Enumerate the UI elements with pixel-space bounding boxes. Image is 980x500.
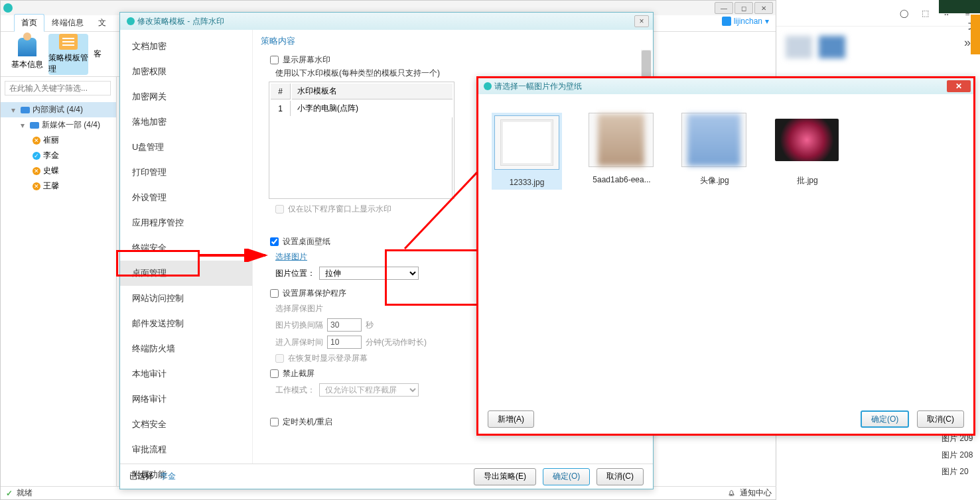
choose-wallpaper-link[interactable]: 选择图片 — [275, 251, 307, 263]
dialog-close-button[interactable]: × — [634, 15, 649, 27]
image-thumb — [774, 113, 839, 167]
nav-local-audit[interactable]: 本地审计 — [120, 361, 252, 387]
tree-leaf[interactable]: ✕王馨 — [1, 178, 116, 194]
list-item[interactable]: 图片 208 — [940, 447, 980, 464]
image-grid: 12333.jpg 5aad1ab6-eea... 头像.jpg 批.jpg — [478, 94, 973, 208]
image-item[interactable]: 5aad1ab6-eea... — [589, 113, 655, 190]
nav-desktop-mgmt[interactable]: 桌面管理 — [120, 261, 252, 286]
forbid-capture-checkbox[interactable] — [270, 369, 279, 378]
nav-terminal-sec[interactable]: 终端安全 — [120, 235, 252, 261]
close-button[interactable]: ✕ — [754, 2, 773, 14]
nav-land-encrypt[interactable]: 落地加密 — [120, 109, 252, 135]
nav-doc-safe[interactable]: 文档安全 — [120, 412, 252, 437]
group-icon — [21, 107, 30, 113]
user-dropdown[interactable]: lijinchan ▾ — [722, 17, 769, 26]
org-tree: ▾ 内部测试 (4/4) ▾ 新媒体一部 (4/4) ✕崔丽 ✓李金 ✕史蝶 ✕… — [1, 99, 116, 196]
tree-leaf[interactable]: ✕崔丽 — [1, 133, 116, 148]
nav-print[interactable]: 打印管理 — [120, 160, 252, 185]
tab-other[interactable]: 文 — [91, 14, 113, 31]
profile-icon[interactable]: ◯ — [898, 7, 910, 19]
selected-prefix: 已选择 — [129, 471, 153, 482]
nav-mail[interactable]: 邮件发送控制 — [120, 311, 252, 336]
policy-content-title: 策略内容 — [261, 35, 645, 47]
toolbar-policy-template-label: 策略模板管理 — [48, 52, 88, 75]
group-icon — [30, 122, 39, 129]
policy-dialog-title: 修改策略模板 - 点阵水印 — [137, 16, 224, 27]
image-picker-cancel-button[interactable]: 取消(C) — [917, 410, 964, 428]
collapse-icon[interactable]: ▾ — [21, 121, 27, 130]
list-item[interactable]: 图片 20 — [940, 464, 980, 480]
image-picker-title-bar[interactable]: 请选择一幅图片作为壁纸 ✕ — [478, 78, 973, 94]
tree-leaf[interactable]: ✓李金 — [1, 148, 116, 163]
maximize-button[interactable]: ◻ — [735, 2, 753, 14]
nav-doc-encrypt[interactable]: 文档加密 — [120, 34, 252, 59]
tab-home[interactable]: 首页 — [14, 14, 44, 32]
table-row[interactable]: 1小李的电脑(点阵) — [271, 101, 453, 116]
image-item[interactable]: 12333.jpg — [492, 113, 562, 190]
image-item[interactable]: 批.jpg — [774, 113, 841, 190]
status-warn-icon: ✕ — [33, 167, 40, 175]
ss-enter-label: 进入屏保时间 — [275, 337, 323, 348]
export-policy-button[interactable]: 导出策略(E) — [474, 468, 536, 485]
image-thumb — [589, 113, 654, 167]
policy-nav: 文档加密 加密权限 加密网关 落地加密 U盘管理 打印管理 外设管理 应用程序管… — [120, 30, 253, 464]
wallpaper-pos-select[interactable]: 拉伸 — [319, 267, 419, 280]
user-name: lijinchan — [734, 17, 762, 26]
nav-peripheral[interactable]: 外设管理 — [120, 185, 252, 210]
favicon-blur — [819, 36, 845, 58]
doc-icon — [59, 34, 78, 50]
show-watermark-checkbox[interactable] — [270, 56, 279, 64]
tree-root-label: 内部测试 (4/4) — [33, 104, 83, 115]
wallpaper-pos-label: 图片位置： — [275, 268, 315, 279]
leaf-label: 史蝶 — [43, 165, 59, 176]
ss-interval-label: 图片切换间隔 — [275, 320, 323, 331]
extension-icon[interactable]: ⬚ — [919, 7, 931, 19]
image-label: 5aad1ab6-eea... — [589, 175, 655, 184]
policy-cancel-button[interactable]: 取消(C) — [596, 468, 644, 485]
shutdown-checkbox[interactable] — [270, 418, 279, 426]
policy-dialog-title-bar[interactable]: 修改策略模板 - 点阵水印 × — [120, 13, 653, 30]
image-picker-ok-button[interactable]: 确定(O) — [861, 410, 909, 428]
show-login-label: 在恢复时显示登录屏幕 — [288, 353, 368, 364]
nav-web-access[interactable]: 网站访问控制 — [120, 286, 252, 311]
tab-terminal-info[interactable]: 终端信息 — [44, 14, 91, 31]
toolbar-policy-template[interactable]: 策略模板管理 — [48, 34, 88, 75]
status-warn-icon: ✕ — [33, 182, 40, 190]
row-name: 小李的电脑(点阵) — [292, 101, 453, 116]
nav-net-audit[interactable]: 网络审计 — [120, 387, 252, 412]
set-wallpaper-label: 设置桌面壁纸 — [283, 236, 330, 247]
toolbar-basic-info[interactable]: 基本信息 — [7, 34, 47, 75]
image-picker-close-button[interactable]: ✕ — [947, 80, 971, 92]
image-picker-footer: 新增(A) 确定(O) 取消(C) — [478, 405, 973, 434]
set-screensaver-checkbox[interactable] — [270, 289, 279, 298]
nav-firewall[interactable]: 终端防火墙 — [120, 336, 252, 361]
nav-approval[interactable]: 审批流程 — [120, 437, 252, 462]
nav-encrypt-perm[interactable]: 加密权限 — [120, 59, 252, 84]
image-item[interactable]: 头像.jpg — [681, 113, 748, 190]
forbid-capture-label: 禁止截屏 — [283, 368, 315, 379]
chevron-right-icon[interactable]: » — [964, 36, 971, 58]
image-picker-title: 请选择一幅图片作为壁纸 — [494, 81, 582, 92]
nav-app-control[interactable]: 应用程序管控 — [120, 210, 252, 235]
add-image-button[interactable]: 新增(A) — [488, 410, 534, 428]
toolbar-other[interactable]: 客 — [90, 34, 105, 75]
tree-root[interactable]: ▾ 内部测试 (4/4) — [1, 102, 116, 117]
nav-usb[interactable]: U盘管理 — [120, 135, 252, 160]
collapse-icon[interactable]: ▾ — [11, 105, 18, 115]
policy-ok-button[interactable]: 确定(O) — [543, 468, 590, 485]
status-warn-icon: ✕ — [33, 137, 40, 145]
tree-group[interactable]: ▾ 新媒体一部 (4/4) — [1, 117, 116, 133]
tree-leaf[interactable]: ✕史蝶 — [1, 163, 116, 178]
col-hash: # — [271, 84, 291, 99]
minimize-button[interactable]: — — [715, 2, 733, 14]
nav-encrypt-gw[interactable]: 加密网关 — [120, 84, 252, 109]
status-notify[interactable]: 通知中心 — [740, 487, 772, 499]
notify-icon[interactable]: 🕭 — [728, 489, 736, 498]
selected-name: 李金 — [160, 471, 176, 482]
choose-screensaver-label: 选择屏保图片 — [275, 303, 323, 314]
person-icon — [18, 38, 36, 56]
set-wallpaper-checkbox[interactable] — [270, 237, 279, 246]
app-logo-icon — [3, 3, 13, 13]
tree-filter-input[interactable] — [5, 81, 111, 95]
set-screensaver-label: 设置屏幕保护程序 — [283, 288, 346, 299]
